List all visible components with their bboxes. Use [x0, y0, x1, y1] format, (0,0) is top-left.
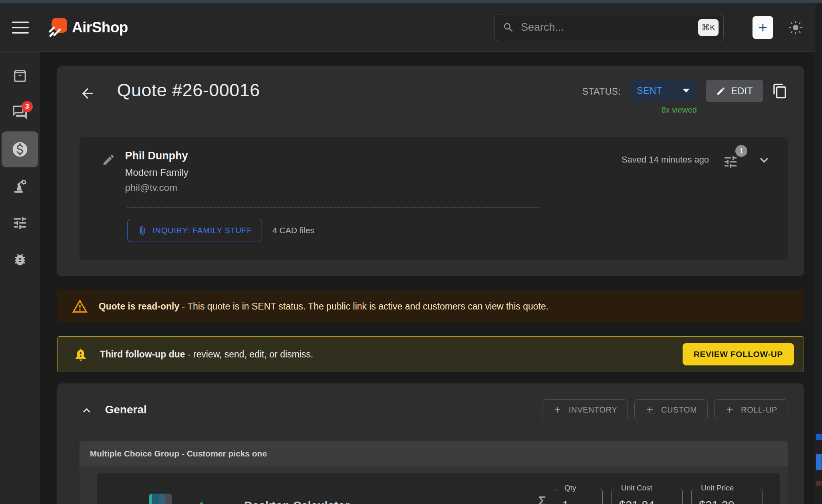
page-scrollbar[interactable] — [815, 3, 822, 504]
copy-icon — [772, 83, 788, 99]
sliders-icon — [12, 215, 28, 231]
main-content: Quote #26-00016 STATUS: SENT 8x viewed — [40, 52, 815, 504]
sidebar-item-debug[interactable] — [2, 242, 38, 278]
unit-cost-field[interactable]: Unit Cost $21.84 — [612, 489, 683, 504]
general-section-card: General INVENTORY CUSTOM ROLL-UP — [57, 383, 804, 504]
expand-panel-button[interactable] — [756, 152, 772, 168]
plus-icon — [725, 405, 735, 415]
sidebar-item-quotes[interactable] — [2, 131, 38, 167]
paperclip-icon — [137, 225, 147, 236]
cad-files-count: 4 CAD files — [272, 226, 314, 235]
sun-icon — [788, 20, 804, 36]
viewed-count: 8x viewed — [661, 105, 697, 115]
config-count-badge: 1 — [735, 145, 747, 157]
hamburger-menu-icon[interactable] — [12, 22, 29, 34]
pencil-icon — [716, 86, 726, 96]
sidebar-item-settings[interactable] — [2, 205, 38, 241]
airshop-logo-icon — [49, 17, 68, 38]
plus-icon — [645, 405, 655, 415]
line-item-card: Desktop Calculator Σ Qty 1 Unit Cost $21… — [97, 473, 780, 504]
product-name: Desktop Calculator — [244, 499, 349, 504]
product-thumbnail[interactable] — [149, 494, 172, 504]
back-button[interactable] — [79, 85, 95, 101]
edit-label: EDIT — [731, 86, 753, 97]
inquiry-label: INQUIRY: FAMILY STUFF — [153, 226, 252, 235]
sidebar-item-archive[interactable] — [2, 58, 38, 94]
status-dropdown[interactable]: SENT — [630, 80, 697, 101]
readonly-title: Quote is read-only — [99, 301, 179, 312]
inquiry-button[interactable]: INQUIRY: FAMILY STUFF — [127, 219, 262, 242]
app-window: AirShop ⌘K — [0, 0, 822, 504]
unit-price-field[interactable]: Unit Price $31.20 — [691, 489, 762, 504]
review-followup-button[interactable]: REVIEW FOLLOW-UP — [683, 343, 794, 365]
edit-button[interactable]: EDIT — [706, 80, 763, 102]
readonly-warning-banner: Quote is read-only - This quote is in SE… — [57, 290, 804, 322]
search-shortcut-badge: ⌘K — [698, 19, 719, 36]
robot-arm-icon — [12, 178, 28, 194]
add-custom-button[interactable]: CUSTOM — [634, 399, 708, 420]
app-header: AirShop ⌘K — [0, 3, 815, 52]
dollar-icon — [11, 141, 29, 158]
add-inventory-button[interactable]: INVENTORY — [542, 399, 628, 420]
archive-icon — [12, 68, 28, 84]
followup-text: - review, send, edit, or dismiss. — [185, 349, 313, 359]
quote-config-button[interactable]: 1 — [723, 151, 743, 170]
sidebar-item-manufacturing[interactable] — [2, 168, 38, 204]
section-title: General — [105, 403, 147, 416]
button-label: CUSTOM — [661, 405, 697, 415]
bug-icon — [12, 252, 28, 267]
field-label: Qty — [561, 484, 580, 492]
plus-icon — [553, 405, 562, 415]
chevron-down-icon — [682, 88, 691, 93]
choice-group-label: Multiple Choice Group - Customer picks o… — [90, 449, 267, 458]
customer-company: Modern Family — [125, 167, 189, 178]
followup-banner: Third follow-up due - review, send, edit… — [57, 336, 804, 372]
theme-toggle-button[interactable] — [788, 20, 804, 36]
global-search[interactable]: ⌘K — [494, 14, 724, 41]
search-input[interactable] — [521, 21, 698, 34]
choice-group: Multiple Choice Group - Customer picks o… — [79, 441, 788, 504]
scrollbar-mark — [816, 481, 822, 486]
customer-email: phil@tv.com — [125, 182, 189, 193]
back-arrow-icon — [79, 85, 95, 101]
button-label: INVENTORY — [569, 405, 617, 415]
warning-triangle-icon — [71, 298, 88, 315]
collapse-general-button[interactable] — [79, 403, 94, 418]
divider — [127, 207, 539, 208]
chevron-up-icon — [79, 403, 94, 418]
status-label: STATUS: — [582, 86, 621, 97]
qty-field[interactable]: Qty 1 — [555, 489, 603, 504]
bell-icon — [73, 347, 88, 361]
messages-badge: 3 — [22, 101, 33, 112]
status-value: SENT — [637, 85, 662, 96]
search-icon — [502, 22, 514, 34]
followup-title: Third follow-up due — [100, 349, 185, 359]
window-top-strip — [0, 0, 822, 3]
scrollbar-mark — [816, 454, 822, 470]
field-label: Unit Cost — [617, 484, 656, 492]
sidebar-item-messages[interactable]: 3 — [2, 95, 38, 131]
edit-customer-icon[interactable] — [102, 153, 115, 193]
choice-group-header[interactable]: Multiple Choice Group - Customer picks o… — [79, 441, 788, 466]
collapse-item-button[interactable] — [113, 498, 127, 504]
copy-link-button[interactable] — [772, 83, 788, 99]
sum-symbol: Σ — [538, 494, 546, 504]
inventory-part-icon — [191, 500, 206, 504]
customer-panel: Phil Dunphy Modern Family phil@tv.com Sa… — [79, 137, 788, 260]
button-label: ROLL-UP — [741, 405, 777, 415]
brand-logo[interactable]: AirShop — [49, 17, 128, 38]
quote-card: Quote #26-00016 STATUS: SENT 8x viewed — [57, 66, 804, 276]
sidebar-nav: 3 — [0, 52, 40, 504]
readonly-text: - This quote is in SENT status. The publ… — [179, 301, 548, 312]
brand-name: AirShop — [72, 19, 128, 36]
scrollbar-mark — [816, 434, 822, 440]
add-rollup-button[interactable]: ROLL-UP — [714, 399, 788, 420]
saved-status: Saved 14 minutes ago — [621, 155, 709, 165]
add-button[interactable] — [753, 16, 773, 39]
chevron-up-icon — [113, 502, 127, 504]
customer-name: Phil Dunphy — [125, 150, 189, 162]
plus-icon — [756, 21, 769, 34]
page-title: Quote #26-00016 — [117, 80, 260, 101]
chevron-down-icon — [756, 152, 772, 168]
field-label: Unit Price — [697, 484, 737, 492]
